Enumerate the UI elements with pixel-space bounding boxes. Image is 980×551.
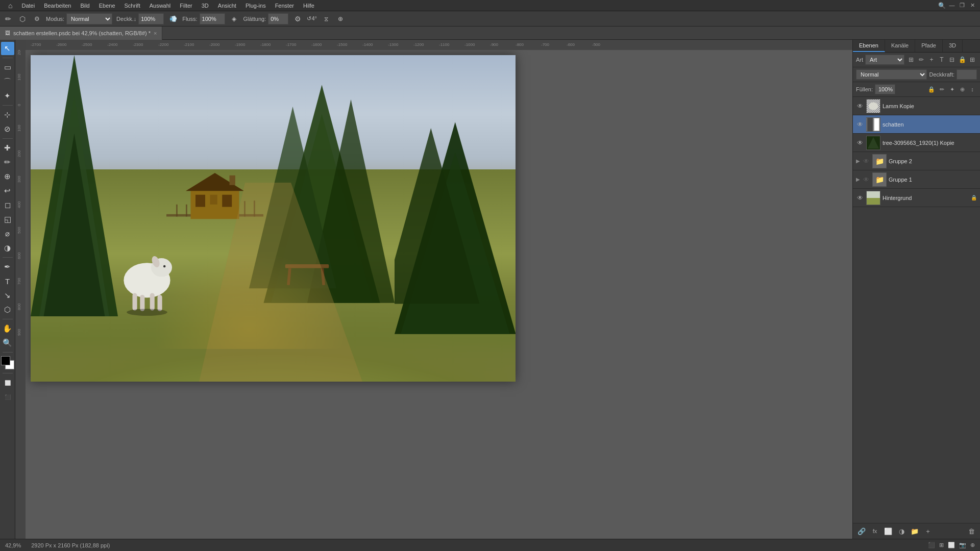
gradient-tool[interactable]: ◱ (1, 213, 14, 226)
maximize-button[interactable]: ❐ (959, 2, 966, 9)
quick-select-tool[interactable]: ✦ (1, 89, 14, 103)
tab-ebenen[interactable]: Ebenen (853, 40, 885, 52)
brush-preset-icon[interactable]: ⬡ (17, 14, 28, 24)
tab-3d[interactable]: 3D (943, 40, 963, 52)
layer-item[interactable]: 👁 tree-3095663_1920(1) Kopie (853, 134, 980, 152)
menu-datei[interactable]: Datei (17, 2, 39, 10)
quick-mask-tool[interactable]: ⬜ (1, 376, 14, 389)
glattung-input[interactable] (268, 13, 288, 24)
opacity-input[interactable]: 59% (957, 69, 977, 80)
brush-tool[interactable]: ✏ (1, 156, 14, 169)
add-layer-icon[interactable]: + (922, 525, 934, 537)
link-icon[interactable]: 🔗 (856, 525, 867, 537)
layer-item[interactable]: 👁 Lamm Kopie (853, 97, 980, 115)
type-tool[interactable]: T (1, 274, 14, 288)
shape-tool[interactable]: ⬡ (1, 303, 14, 316)
lock-position-icon[interactable]: ✦ (947, 85, 957, 94)
flow-icon[interactable]: ◈ (229, 14, 239, 24)
menu-bild[interactable]: Bild (76, 2, 93, 10)
lock-transparent-icon[interactable]: 🔒 (927, 85, 936, 94)
deckkraft-input[interactable] (138, 13, 164, 24)
canvas-image[interactable] (31, 55, 516, 382)
healing-tool[interactable]: ✚ (1, 141, 14, 155)
fluss-input[interactable] (200, 13, 225, 24)
hand-tool[interactable]: ✋ (1, 322, 14, 335)
add-mask-icon[interactable]: ⬜ (883, 525, 894, 537)
crop-tool[interactable]: ⊹ (1, 108, 14, 121)
eraser-tool[interactable]: ◻ (1, 198, 14, 212)
document-tab[interactable]: 🖼 schatten erstellen.psdc bei 42,9% (sch… (0, 27, 162, 40)
art-icon-1[interactable]: ⊞ (906, 55, 916, 64)
layer-visibility-toggle[interactable]: 👁 (856, 102, 864, 110)
menu-filter[interactable]: Filter (176, 2, 196, 10)
menu-ebene[interactable]: Ebene (95, 2, 119, 10)
tab-pfade[interactable]: Pfade (915, 40, 943, 52)
menu-ansicht[interactable]: Ansicht (214, 2, 240, 10)
extra-icon[interactable]: ⊕ (335, 14, 346, 24)
tab-kanaele[interactable]: Kanäle (885, 40, 915, 52)
menu-3d[interactable]: 3D (198, 2, 213, 10)
art-icon-4[interactable]: T (937, 55, 946, 64)
tab-close-button[interactable]: × (154, 30, 157, 36)
status-icon-5[interactable]: ⊕ (970, 542, 975, 548)
search-icon[interactable]: 🔍 (938, 2, 945, 9)
screen-mode-tool[interactable]: ⬛ (1, 390, 14, 404)
pen-tool[interactable]: ✒ (1, 260, 14, 273)
brush-tool-icon[interactable]: ✏ (3, 14, 13, 24)
layer-expand-arrow[interactable]: ▶ (856, 177, 860, 182)
art-select[interactable]: Art (865, 55, 904, 65)
zoom-tool[interactable]: 🔍 (1, 336, 14, 349)
add-adjustment-icon[interactable]: ◑ (896, 525, 907, 537)
menu-plugins[interactable]: Plug-ins (241, 2, 270, 10)
art-icon-5[interactable]: ⊟ (947, 55, 957, 64)
modus-select[interactable]: Normal (66, 13, 112, 24)
color-swatches[interactable] (1, 356, 14, 369)
menu-schrift[interactable]: Schrift (120, 2, 144, 10)
status-icon-2[interactable]: ⊞ (939, 542, 944, 548)
lock-artboard-icon[interactable]: ↕ (968, 85, 977, 94)
layer-visibility-toggle[interactable]: 👁 (856, 194, 864, 202)
status-icon-4[interactable]: 📷 (959, 542, 966, 548)
add-group-icon[interactable]: 📁 (909, 525, 920, 537)
layer-item[interactable]: 👁 schatten (853, 115, 980, 134)
menu-hilfe[interactable]: Hilfe (299, 2, 318, 10)
settings-icon[interactable]: ⚙ (292, 14, 303, 24)
layer-expand-arrow[interactable]: ▶ (856, 158, 860, 164)
layer-visibility-toggle[interactable]: 👁 (856, 120, 864, 129)
art-icon-7[interactable]: ⊞ (968, 55, 977, 64)
brush-settings-icon[interactable]: ⚙ (32, 14, 42, 24)
path-select-tool[interactable]: ↘ (1, 289, 14, 302)
menu-fenster[interactable]: Fenster (271, 2, 298, 10)
blur-tool[interactable]: ⌀ (1, 227, 14, 240)
foreground-color-swatch[interactable] (1, 356, 10, 365)
status-icon-1[interactable]: ⬛ (928, 542, 935, 548)
layer-visibility-toggle[interactable]: 👁 (862, 157, 870, 165)
symmetry-icon[interactable]: ⧖ (321, 14, 331, 24)
delete-layer-icon[interactable]: 🗑 (966, 525, 977, 537)
art-icon-6[interactable]: 🔒 (958, 55, 967, 64)
lasso-tool[interactable]: ⌒ (1, 75, 14, 88)
layer-item[interactable]: ▶ 👁 📁 Gruppe 2 (853, 152, 980, 170)
art-icon-3[interactable]: + (927, 55, 936, 64)
move-tool[interactable]: ↖ (1, 42, 14, 55)
close-button[interactable]: ✕ (969, 2, 976, 9)
status-icon-3[interactable]: ⬜ (948, 542, 955, 548)
blend-mode-select[interactable]: Normal (856, 69, 927, 80)
layer-item[interactable]: 👁 Hintergrund 🔒 (853, 189, 980, 207)
menu-bearbeiten[interactable]: Bearbeiten (40, 2, 75, 10)
minimize-button[interactable]: — (948, 2, 955, 9)
layer-item[interactable]: ▶ 👁 📁 Gruppe 1 (853, 170, 980, 189)
fill-input[interactable] (875, 84, 895, 94)
layer-visibility-toggle[interactable]: 👁 (856, 139, 864, 147)
lock-image-icon[interactable]: ✏ (937, 85, 946, 94)
art-icon-2[interactable]: ✏ (917, 55, 926, 64)
menu-auswahl[interactable]: Auswahl (145, 2, 175, 10)
airbrush-icon[interactable]: 💨 (168, 14, 178, 24)
clone-tool[interactable]: ⊕ (1, 170, 14, 183)
angle-icon[interactable]: ↺4° (307, 14, 317, 24)
home-icon[interactable]: ⌂ (4, 1, 16, 11)
lock-all-icon[interactable]: ⊕ (958, 85, 967, 94)
history-brush-tool[interactable]: ↩ (1, 184, 14, 197)
dodge-tool[interactable]: ◑ (1, 241, 14, 255)
layer-visibility-toggle[interactable]: 👁 (862, 176, 870, 184)
